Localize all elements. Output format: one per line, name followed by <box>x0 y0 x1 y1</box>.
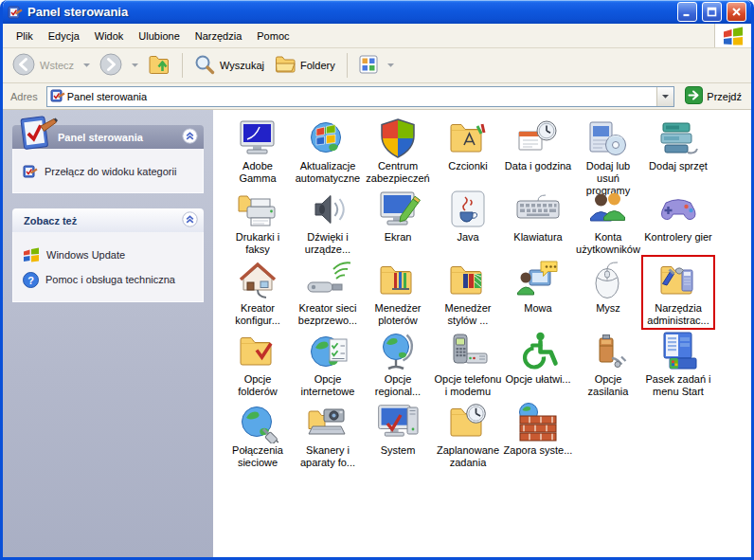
cp-item-style-manager[interactable]: Menedżer stylów ... <box>433 257 503 328</box>
cp-item-scheduled-tasks[interactable]: Zaplanowane zadania <box>433 399 503 470</box>
cp-item-sounds[interactable]: Dźwięki i urządze... <box>293 186 363 257</box>
panel-header-see-also[interactable]: Zobacz też <box>12 208 204 232</box>
sidebar-item-label: Windows Update <box>46 247 125 261</box>
cp-item-label: Opcje zasilania <box>574 373 643 398</box>
cp-item-label: Menedżer ploterów <box>364 302 433 327</box>
control-panel-icon <box>8 5 23 20</box>
up-folder-icon <box>148 54 171 77</box>
admin-tools-icon <box>655 260 701 301</box>
cp-item-label: Adobe Gamma <box>224 160 293 185</box>
cp-item-date-time[interactable]: Data i godzina <box>503 115 573 186</box>
menu-item-plik[interactable]: Plik <box>9 27 41 45</box>
search-button[interactable]: Wyszukaj <box>190 51 268 80</box>
cp-item-accessibility[interactable]: Opcje ułatwi... <box>503 328 573 399</box>
cp-item-java[interactable]: Java <box>433 186 503 257</box>
go-label: Przejdź <box>707 91 742 102</box>
title-bar[interactable]: Panel sterowania <box>3 0 751 24</box>
address-input[interactable] <box>65 91 657 102</box>
cp-item-internet-options[interactable]: Opcje internetowe <box>293 328 363 399</box>
cp-item-scanners-cameras[interactable]: Skanery i aparaty fo... <box>293 399 363 470</box>
menu-item-pomoc[interactable]: Pomoc <box>249 27 296 45</box>
cp-item-label: Kontrolery gier <box>644 231 712 244</box>
folders-button[interactable]: Foldery <box>271 52 339 79</box>
cp-item-admin-tools[interactable]: Narzędzia administrac... <box>643 257 713 328</box>
internet-options-icon <box>305 331 350 372</box>
address-label: Adres <box>7 91 42 102</box>
chevron-up-icon[interactable] <box>182 128 198 146</box>
cp-item-label: Kreator konfigur... <box>224 302 293 327</box>
views-dropdown-button[interactable] <box>385 60 397 71</box>
cp-item-system[interactable]: System <box>363 399 433 470</box>
cp-item-game-controllers[interactable]: Kontrolery gier <box>643 186 713 257</box>
cp-item-keyboard[interactable]: Klawiatura <box>503 186 573 257</box>
cp-item-label: Narzędzia administrac... <box>644 302 713 327</box>
cp-item-regional-options[interactable]: Opcje regional... <box>363 328 433 399</box>
menu-bar: Plik Edycja Widok Ulubione Narzędzia Pom… <box>3 24 751 48</box>
cp-item-taskbar-startmenu[interactable]: Pasek zadań i menu Start <box>643 328 713 399</box>
cp-item-plotter-manager[interactable]: Menedżer ploterów <box>363 257 433 328</box>
cp-item-fonts-folder[interactable]: Czcionki <box>433 115 503 186</box>
control-panel-large-icon <box>16 114 58 155</box>
forward-button[interactable] <box>96 50 126 81</box>
cp-item-security-shield[interactable]: Centrum zabezpieczeń <box>363 115 433 186</box>
cp-item-network-connections[interactable]: Połączenia sieciowe <box>223 399 293 470</box>
address-dropdown-button[interactable] <box>656 87 673 106</box>
network-setup-icon <box>235 260 280 301</box>
maximize-button[interactable] <box>702 2 722 22</box>
search-icon <box>194 54 215 77</box>
accessibility-icon <box>515 331 561 372</box>
cp-item-phone-modem[interactable]: Opcje telefonu i modemu <box>433 328 503 399</box>
date-time-icon <box>515 117 561 159</box>
firewall-icon <box>515 402 561 443</box>
menu-item-narzedzia[interactable]: Narzędzia <box>188 27 250 45</box>
windows-update-icon <box>23 247 40 264</box>
scheduled-tasks-icon <box>445 402 491 443</box>
cp-item-label: Mowa <box>524 302 551 315</box>
chevron-up-icon[interactable] <box>182 211 198 229</box>
sidebar-panel-control-panel: Panel sterowania Przełącz do widoku kate… <box>12 125 204 193</box>
cp-item-power-options[interactable]: Opcje zasilania <box>573 328 643 399</box>
cp-item-firewall[interactable]: Zapora syste... <box>503 399 573 470</box>
cp-item-add-hardware[interactable]: Dodaj sprzęt <box>643 115 713 186</box>
cp-item-network-setup[interactable]: Kreator konfigur... <box>223 257 293 328</box>
cp-item-label: Kreator sieci bezprzewo... <box>294 302 363 327</box>
sidebar-item-category-view[interactable]: Przełącz do widoku kategorii <box>23 164 193 181</box>
forward-dropdown-button[interactable] <box>129 60 141 71</box>
sidebar-item-label: Pomoc i obsługa techniczna <box>45 272 175 285</box>
cp-item-add-remove-programs[interactable]: Dodaj lub usuń programy <box>573 115 643 186</box>
up-button[interactable] <box>144 51 174 80</box>
views-button[interactable] <box>355 52 382 79</box>
fonts-folder-icon <box>445 117 491 159</box>
menu-item-widok[interactable]: Widok <box>87 27 132 45</box>
add-remove-programs-icon <box>585 117 631 159</box>
cp-item-mouse[interactable]: Mysz <box>573 257 643 328</box>
power-options-icon <box>585 331 631 372</box>
cp-item-monitor-gamma[interactable]: Adobe Gamma <box>223 115 293 186</box>
close-button[interactable] <box>727 2 746 22</box>
sidebar-item-help-support[interactable]: ? Pomoc i obsługa techniczna <box>23 272 193 290</box>
menu-item-ulubione[interactable]: Ulubione <box>131 27 187 45</box>
cp-item-label: Skanery i aparaty fo... <box>294 444 363 469</box>
cp-item-label: Centrum zabezpieczeń <box>364 160 433 185</box>
cp-item-auto-updates[interactable]: Aktualizacje automatyczne <box>293 115 363 186</box>
minimize-button[interactable] <box>677 2 697 22</box>
plotter-manager-icon <box>375 260 421 301</box>
panel-body: Przełącz do widoku kategorii <box>12 149 204 193</box>
views-icon <box>359 55 378 76</box>
cp-item-folder-options[interactable]: Opcje folderów <box>223 328 293 399</box>
cp-item-wireless-setup[interactable]: Kreator sieci bezprzewo... <box>293 257 363 328</box>
main-area: Panel sterowania Przełącz do widoku kate… <box>3 110 751 557</box>
menu-item-edycja[interactable]: Edycja <box>41 27 87 45</box>
back-button[interactable]: Wstecz <box>9 50 78 81</box>
sidebar-item-windows-update[interactable]: Windows Update <box>23 247 193 264</box>
cp-item-label: Dodaj sprzęt <box>649 160 708 172</box>
cp-item-speech[interactable]: Mowa <box>503 257 573 328</box>
cp-item-label: Java <box>457 231 478 244</box>
cp-item-user-accounts[interactable]: Konta użytkowników <box>573 186 643 257</box>
cp-item-display[interactable]: Ekran <box>363 186 433 257</box>
cp-item-printers[interactable]: Drukarki i faksy <box>223 186 293 257</box>
go-button[interactable]: Przejdź <box>679 86 747 106</box>
cp-item-label: Opcje folderów <box>224 373 293 398</box>
back-dropdown-button[interactable] <box>81 60 93 71</box>
network-connections-icon <box>235 402 280 443</box>
